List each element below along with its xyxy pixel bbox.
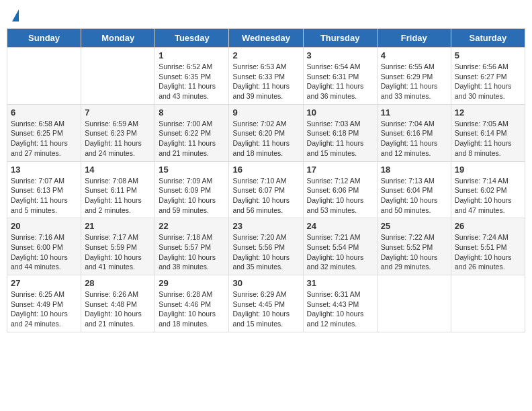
day-info: Sunrise: 7:04 AM Sunset: 6:16 PM Dayligh… [381, 119, 447, 158]
calendar-header-row: SundayMondayTuesdayWednesdayThursdayFrid… [7, 29, 525, 48]
day-number: 29 [159, 278, 225, 288]
day-info: Sunrise: 6:54 AM Sunset: 6:31 PM Dayligh… [307, 62, 373, 101]
day-info: Sunrise: 7:16 AM Sunset: 6:00 PM Dayligh… [11, 232, 77, 272]
day-number: 5 [455, 50, 521, 60]
day-info: Sunrise: 6:56 AM Sunset: 6:27 PM Dayligh… [455, 62, 521, 101]
day-number: 12 [455, 107, 521, 118]
day-number: 1 [159, 50, 225, 60]
day-number: 8 [159, 107, 225, 118]
day-of-week-header: Monday [81, 29, 155, 48]
day-of-week-header: Thursday [303, 29, 377, 48]
calendar-week-row: 6Sunrise: 6:58 AM Sunset: 6:25 PM Daylig… [7, 104, 525, 161]
calendar-cell: 17Sunrise: 7:12 AM Sunset: 6:06 PM Dayli… [303, 161, 377, 218]
day-number: 21 [85, 221, 151, 231]
day-info: Sunrise: 6:31 AM Sunset: 4:43 PM Dayligh… [307, 289, 373, 329]
calendar-cell: 10Sunrise: 7:03 AM Sunset: 6:18 PM Dayli… [303, 104, 377, 161]
day-info: Sunrise: 6:25 AM Sunset: 4:49 PM Dayligh… [11, 289, 77, 329]
calendar-cell [7, 48, 81, 105]
calendar-cell: 31Sunrise: 6:31 AM Sunset: 4:43 PM Dayli… [303, 275, 377, 332]
day-info: Sunrise: 7:07 AM Sunset: 6:13 PM Dayligh… [11, 176, 77, 216]
day-info: Sunrise: 6:58 AM Sunset: 6:25 PM Dayligh… [11, 119, 77, 158]
day-number: 24 [307, 221, 373, 231]
day-info: Sunrise: 7:24 AM Sunset: 5:51 PM Dayligh… [455, 232, 521, 272]
calendar-cell: 27Sunrise: 6:25 AM Sunset: 4:49 PM Dayli… [7, 275, 81, 332]
calendar-cell: 9Sunrise: 7:02 AM Sunset: 6:20 PM Daylig… [229, 104, 303, 161]
day-number: 27 [11, 278, 77, 288]
calendar-cell [377, 275, 451, 332]
day-info: Sunrise: 7:08 AM Sunset: 6:11 PM Dayligh… [85, 176, 151, 216]
day-info: Sunrise: 7:14 AM Sunset: 6:02 PM Dayligh… [455, 176, 521, 216]
calendar-cell: 28Sunrise: 6:26 AM Sunset: 4:48 PM Dayli… [81, 275, 155, 332]
day-info: Sunrise: 6:55 AM Sunset: 6:29 PM Dayligh… [381, 62, 447, 101]
logo [11, 9, 19, 21]
day-number: 28 [85, 278, 151, 288]
calendar-cell: 24Sunrise: 7:21 AM Sunset: 5:54 PM Dayli… [303, 218, 377, 275]
day-number: 3 [307, 50, 373, 60]
calendar-cell: 4Sunrise: 6:55 AM Sunset: 6:29 PM Daylig… [377, 48, 451, 105]
day-number: 25 [381, 221, 447, 231]
day-number: 9 [232, 107, 299, 118]
day-info: Sunrise: 7:13 AM Sunset: 6:04 PM Dayligh… [381, 176, 447, 216]
day-number: 17 [307, 165, 373, 175]
calendar-cell: 23Sunrise: 7:20 AM Sunset: 5:56 PM Dayli… [229, 218, 303, 275]
day-number: 20 [11, 221, 77, 231]
day-number: 7 [85, 107, 151, 118]
day-number: 31 [307, 278, 373, 288]
calendar-cell: 25Sunrise: 7:22 AM Sunset: 5:52 PM Dayli… [377, 218, 451, 275]
calendar-cell [451, 275, 525, 332]
day-number: 19 [455, 165, 521, 175]
calendar-cell: 19Sunrise: 7:14 AM Sunset: 6:02 PM Dayli… [451, 161, 525, 218]
day-number: 10 [307, 107, 373, 118]
calendar-cell: 18Sunrise: 7:13 AM Sunset: 6:04 PM Dayli… [377, 161, 451, 218]
day-number: 2 [232, 50, 299, 60]
day-number: 23 [232, 221, 299, 231]
calendar-cell: 22Sunrise: 7:18 AM Sunset: 5:57 PM Dayli… [155, 218, 229, 275]
page-header [7, 7, 525, 24]
day-info: Sunrise: 6:59 AM Sunset: 6:23 PM Dayligh… [85, 119, 151, 158]
day-info: Sunrise: 7:02 AM Sunset: 6:20 PM Dayligh… [232, 119, 299, 158]
calendar-cell: 2Sunrise: 6:53 AM Sunset: 6:33 PM Daylig… [229, 48, 303, 105]
calendar-cell: 6Sunrise: 6:58 AM Sunset: 6:25 PM Daylig… [7, 104, 81, 161]
calendar-week-row: 20Sunrise: 7:16 AM Sunset: 6:00 PM Dayli… [7, 218, 525, 275]
day-number: 18 [381, 165, 447, 175]
day-info: Sunrise: 7:10 AM Sunset: 6:07 PM Dayligh… [232, 176, 299, 216]
calendar-week-row: 1Sunrise: 6:52 AM Sunset: 6:35 PM Daylig… [7, 48, 525, 105]
calendar-cell: 29Sunrise: 6:28 AM Sunset: 4:46 PM Dayli… [155, 275, 229, 332]
day-info: Sunrise: 6:53 AM Sunset: 6:33 PM Dayligh… [232, 62, 299, 101]
calendar-cell: 30Sunrise: 6:29 AM Sunset: 4:45 PM Dayli… [229, 275, 303, 332]
calendar-cell: 11Sunrise: 7:04 AM Sunset: 6:16 PM Dayli… [377, 104, 451, 161]
day-number: 13 [11, 165, 77, 175]
day-info: Sunrise: 6:29 AM Sunset: 4:45 PM Dayligh… [232, 289, 299, 329]
day-info: Sunrise: 7:03 AM Sunset: 6:18 PM Dayligh… [307, 119, 373, 158]
day-info: Sunrise: 6:52 AM Sunset: 6:35 PM Dayligh… [159, 62, 225, 101]
day-info: Sunrise: 7:17 AM Sunset: 5:59 PM Dayligh… [85, 232, 151, 272]
day-of-week-header: Sunday [7, 29, 81, 48]
day-info: Sunrise: 7:18 AM Sunset: 5:57 PM Dayligh… [159, 232, 225, 272]
day-number: 6 [11, 107, 77, 118]
day-info: Sunrise: 7:22 AM Sunset: 5:52 PM Dayligh… [381, 232, 447, 272]
day-of-week-header: Friday [377, 29, 451, 48]
calendar-cell: 20Sunrise: 7:16 AM Sunset: 6:00 PM Dayli… [7, 218, 81, 275]
calendar-cell [81, 48, 155, 105]
day-info: Sunrise: 7:09 AM Sunset: 6:09 PM Dayligh… [159, 176, 225, 216]
calendar-cell: 15Sunrise: 7:09 AM Sunset: 6:09 PM Dayli… [155, 161, 229, 218]
day-info: Sunrise: 7:21 AM Sunset: 5:54 PM Dayligh… [307, 232, 373, 272]
day-info: Sunrise: 6:28 AM Sunset: 4:46 PM Dayligh… [159, 289, 225, 329]
day-number: 14 [85, 165, 151, 175]
day-info: Sunrise: 7:20 AM Sunset: 5:56 PM Dayligh… [232, 232, 299, 272]
day-of-week-header: Saturday [451, 29, 525, 48]
day-info: Sunrise: 7:00 AM Sunset: 6:22 PM Dayligh… [159, 119, 225, 158]
calendar-cell: 21Sunrise: 7:17 AM Sunset: 5:59 PM Dayli… [81, 218, 155, 275]
calendar-cell: 26Sunrise: 7:24 AM Sunset: 5:51 PM Dayli… [451, 218, 525, 275]
day-number: 16 [232, 165, 299, 175]
logo-triangle-icon [12, 9, 19, 21]
calendar-cell: 1Sunrise: 6:52 AM Sunset: 6:35 PM Daylig… [155, 48, 229, 105]
calendar-cell: 7Sunrise: 6:59 AM Sunset: 6:23 PM Daylig… [81, 104, 155, 161]
calendar-cell: 16Sunrise: 7:10 AM Sunset: 6:07 PM Dayli… [229, 161, 303, 218]
day-info: Sunrise: 7:12 AM Sunset: 6:06 PM Dayligh… [307, 176, 373, 216]
day-number: 15 [159, 165, 225, 175]
calendar-week-row: 13Sunrise: 7:07 AM Sunset: 6:13 PM Dayli… [7, 161, 525, 218]
day-info: Sunrise: 7:05 AM Sunset: 6:14 PM Dayligh… [455, 119, 521, 158]
calendar-cell: 3Sunrise: 6:54 AM Sunset: 6:31 PM Daylig… [303, 48, 377, 105]
day-number: 11 [381, 107, 447, 118]
